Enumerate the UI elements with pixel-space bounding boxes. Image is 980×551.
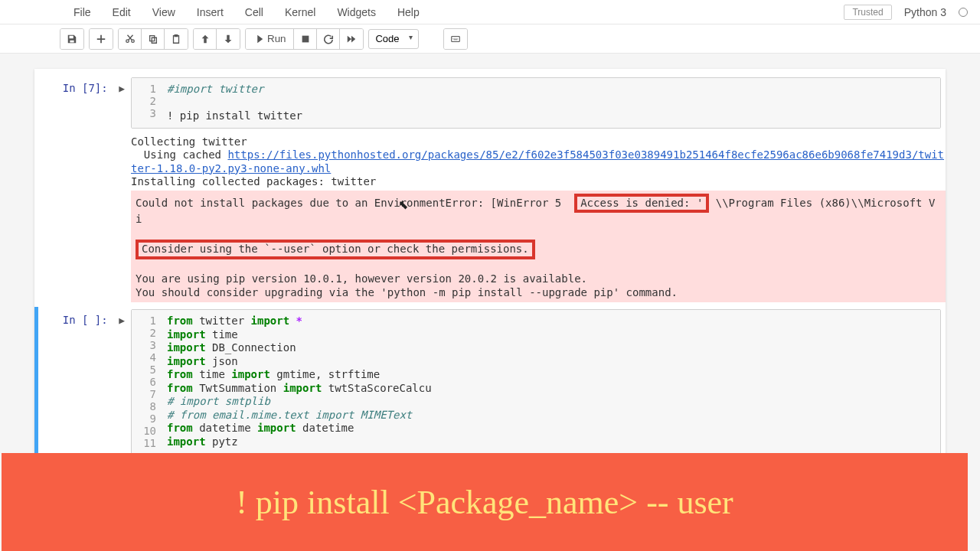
stop-icon [300, 34, 311, 44]
arrow-up-icon [200, 34, 211, 44]
command-palette-button[interactable] [444, 29, 467, 49]
cut-button[interactable] [119, 29, 142, 49]
run-button[interactable]: Run [246, 29, 294, 49]
cell-type-select[interactable]: Code [368, 29, 419, 49]
svg-rect-1 [452, 36, 460, 41]
save-button[interactable] [60, 29, 83, 49]
menu-view[interactable]: View [152, 6, 175, 18]
paste-icon [171, 34, 181, 44]
save-icon [67, 34, 77, 44]
paste-button[interactable] [165, 29, 188, 49]
arrow-down-icon [223, 34, 234, 44]
restart-button[interactable] [317, 29, 340, 49]
kernel-name[interactable]: Python 3 [904, 6, 946, 18]
fast-forward-icon [346, 34, 357, 44]
add-cell-button[interactable] [90, 29, 113, 49]
trusted-badge[interactable]: Trusted [844, 5, 891, 20]
copy-icon [148, 34, 158, 44]
svg-rect-0 [302, 35, 309, 42]
menu-file[interactable]: File [74, 6, 91, 18]
menu-cell[interactable]: Cell [245, 6, 263, 18]
kernel-indicator-icon [959, 8, 968, 17]
menu-edit[interactable]: Edit [113, 6, 131, 18]
menu-insert[interactable]: Insert [197, 6, 224, 18]
menubar-items: File Edit View Insert Cell Kernel Widget… [12, 6, 420, 18]
run-icon [253, 34, 264, 44]
toolbar: Run Code [0, 24, 980, 54]
menu-help[interactable]: Help [397, 6, 420, 18]
menu-widgets[interactable]: Widgets [337, 6, 376, 18]
run-label: Run [267, 33, 286, 44]
plus-icon [96, 34, 106, 44]
copy-button[interactable] [142, 29, 165, 49]
keyboard-icon [450, 34, 461, 44]
cut-icon [125, 34, 136, 44]
move-up-button[interactable] [194, 29, 217, 49]
interrupt-button[interactable] [294, 29, 317, 49]
restart-icon [323, 34, 334, 44]
menubar: File Edit View Insert Cell Kernel Widget… [0, 0, 980, 24]
restart-run-button[interactable] [340, 29, 363, 49]
menu-kernel[interactable]: Kernel [285, 6, 315, 18]
menubar-right: Trusted Python 3 [844, 5, 968, 20]
move-down-button[interactable] [217, 29, 240, 49]
